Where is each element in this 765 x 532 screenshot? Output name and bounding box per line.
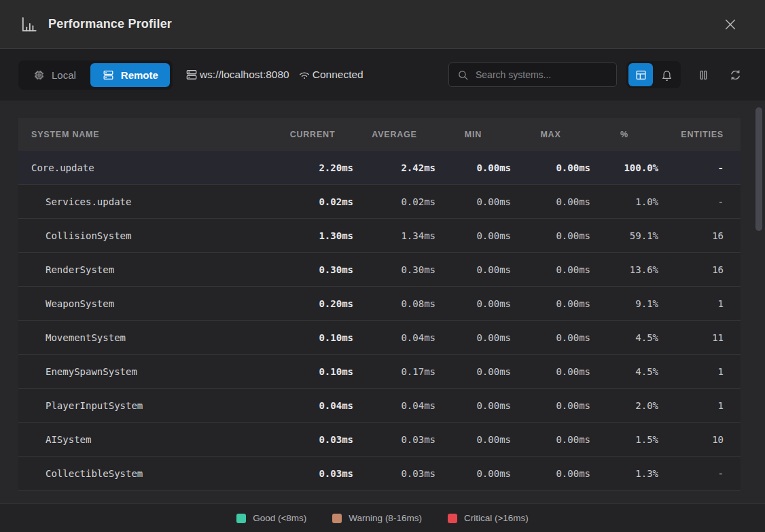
table-row[interactable]: EnemySpawnSystem0.10ms0.17ms0.00ms0.00ms…	[18, 355, 741, 389]
performance-profiler-window: Performance Profiler Local	[0, 0, 765, 532]
table-cell: 0.00ms	[511, 400, 590, 411]
page-title: Performance Profiler	[48, 17, 172, 31]
refresh-icon	[729, 69, 742, 82]
legend-swatch	[448, 514, 457, 523]
table-cell: -	[658, 162, 724, 173]
scrollbar-thumb[interactable]	[755, 107, 762, 231]
table-row[interactable]: Core.update2.20ms2.42ms0.00ms0.00ms100.0…	[18, 151, 741, 185]
table-row[interactable]: AISystem0.03ms0.03ms0.00ms0.00ms1.5%10	[18, 423, 741, 457]
table-cell: 0.03ms	[272, 468, 353, 479]
table-cell: 1	[658, 366, 724, 377]
table-cell: 0.30ms	[353, 264, 435, 275]
table-cell: 0.00ms	[435, 434, 511, 445]
table-cell: 0.04ms	[272, 400, 353, 411]
legend-label: Good (<8ms)	[253, 513, 306, 523]
legend-bar: Good (<8ms)Warning (8-16ms)Critical (>16…	[0, 503, 765, 532]
mode-switch: Local Remote	[18, 60, 173, 90]
table-cell: 4.5%	[590, 366, 658, 377]
table-cell: 2.20ms	[272, 162, 353, 173]
table-cell: CollisionSystem	[31, 230, 272, 241]
table-cell: 0.02ms	[272, 196, 353, 207]
table-cell: 13.6%	[590, 264, 658, 275]
table-area: SYSTEM NAMECURRENTAVERAGEMINMAX%ENTITIES…	[0, 101, 765, 503]
table-row[interactable]: MovementSystem0.10ms0.04ms0.00ms0.00ms4.…	[18, 321, 741, 355]
table-cell: -	[658, 468, 724, 479]
search-input[interactable]	[476, 69, 608, 80]
column-header[interactable]: ENTITIES	[658, 130, 724, 139]
table-cell: 0.04ms	[353, 400, 435, 411]
table-cell: 0.00ms	[435, 468, 511, 479]
table-cell: 1.5%	[590, 434, 658, 445]
table-cell: 0.00ms	[435, 298, 511, 309]
table-row[interactable]: CollisionSystem1.30ms1.34ms0.00ms0.00ms5…	[18, 219, 741, 253]
column-header[interactable]: %	[590, 130, 658, 139]
table-cell: 0.00ms	[435, 366, 511, 377]
table-cell: 0.00ms	[511, 230, 590, 241]
table-view-button[interactable]	[628, 63, 653, 86]
remote-mode-button[interactable]: Remote	[90, 63, 170, 87]
column-header[interactable]: MAX	[511, 130, 590, 139]
legend-label: Critical (>16ms)	[464, 513, 529, 523]
legend-swatch	[332, 514, 342, 523]
close-icon[interactable]	[720, 14, 741, 35]
toolbar-actions	[697, 69, 742, 82]
table-cell: 1	[658, 298, 724, 309]
legend-item: Good (<8ms)	[236, 513, 306, 523]
toolbar: Local Remote	[0, 49, 765, 101]
column-header[interactable]: AVERAGE	[353, 130, 435, 139]
table-cell: 0.08ms	[353, 298, 435, 309]
table-cell: 0.00ms	[435, 332, 511, 343]
table-cell: 2.42ms	[353, 162, 435, 173]
table-cell: PlayerInputSystem	[31, 400, 272, 411]
table-cell: CollectibleSystem	[31, 468, 272, 479]
cpu-icon	[33, 69, 46, 82]
legend-item: Critical (>16ms)	[448, 513, 529, 523]
local-mode-button[interactable]: Local	[21, 63, 88, 87]
table-cell: 0.00ms	[511, 162, 590, 173]
table-cell: 0.00ms	[511, 298, 590, 309]
legend-label: Warning (8-16ms)	[349, 513, 422, 523]
column-header[interactable]: SYSTEM NAME	[31, 130, 272, 139]
legend-swatch	[236, 514, 246, 523]
table-cell: 4.5%	[590, 332, 658, 343]
connection-url-segment: ws://localhost:8080	[185, 68, 289, 82]
column-header[interactable]: MIN	[435, 130, 511, 139]
table-row[interactable]: Services.update0.02ms0.02ms0.00ms0.00ms1…	[18, 185, 741, 219]
table-row[interactable]: RenderSystem0.30ms0.30ms0.00ms0.00ms13.6…	[18, 253, 741, 287]
table-cell: 1	[658, 400, 724, 411]
table-cell: MovementSystem	[31, 332, 272, 343]
table-cell: 1.3%	[590, 468, 658, 479]
table-cell: -	[658, 196, 724, 207]
table-cell: 0.03ms	[272, 434, 353, 445]
table-row[interactable]: PlayerInputSystem0.04ms0.04ms0.00ms0.00m…	[18, 389, 741, 423]
view-toggle-group	[626, 61, 681, 88]
remote-mode-label: Remote	[121, 69, 158, 81]
table-cell: Core.update	[31, 162, 272, 173]
table-row[interactable]: CollectibleSystem0.03ms0.03ms0.00ms0.00m…	[18, 457, 741, 491]
pause-button[interactable]	[697, 69, 710, 82]
table-cell: WeaponSystem	[31, 298, 272, 309]
table-cell: 0.00ms	[511, 468, 590, 479]
table-view-icon	[635, 69, 647, 82]
table-cell: 1.30ms	[272, 230, 353, 241]
table-cell: 1.0%	[590, 196, 658, 207]
table-cell: 11	[658, 332, 724, 343]
connection-url: ws://localhost:8080	[200, 69, 289, 81]
column-header[interactable]: CURRENT	[272, 130, 353, 139]
table-cell: 0.00ms	[435, 196, 511, 207]
table-cell: AISystem	[31, 434, 272, 445]
table-cell: 1.34ms	[353, 230, 435, 241]
table-cell: 0.30ms	[272, 264, 353, 275]
table-cell: 0.10ms	[272, 366, 353, 377]
wifi-icon	[298, 68, 311, 82]
table-cell: 0.00ms	[511, 196, 590, 207]
bell-icon	[660, 69, 673, 82]
connection-info: ws://localhost:8080 Connected	[185, 68, 363, 82]
table-cell: 9.1%	[590, 298, 658, 309]
table-cell: RenderSystem	[31, 264, 272, 275]
table-cell: 0.10ms	[272, 332, 353, 343]
refresh-button[interactable]	[729, 69, 742, 82]
alerts-button[interactable]	[654, 63, 679, 86]
table-cell: 0.04ms	[353, 332, 435, 343]
table-row[interactable]: WeaponSystem0.20ms0.08ms0.00ms0.00ms9.1%…	[18, 287, 741, 321]
